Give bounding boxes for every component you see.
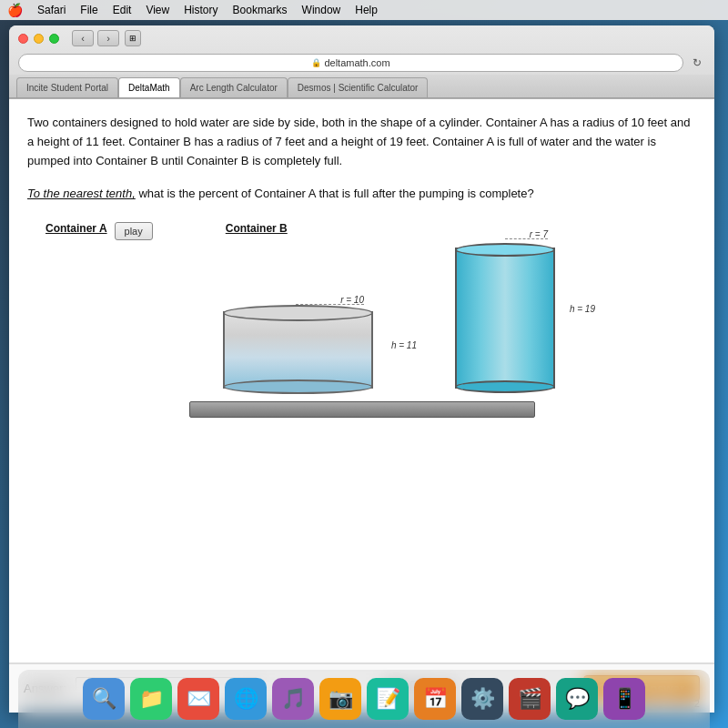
menu-file[interactable]: File: [80, 4, 97, 16]
dock-music[interactable]: 🎵: [272, 678, 314, 720]
label-play-row: Container A play Container B: [27, 222, 696, 240]
menu-safari[interactable]: Safari: [37, 4, 66, 16]
dock-system[interactable]: ⚙️: [461, 678, 503, 720]
minimize-button[interactable]: [34, 34, 44, 44]
browser-titlebar: ‹ › ⊞: [9, 25, 714, 51]
refresh-button[interactable]: ↻: [689, 55, 705, 71]
desktop: 🍎 Safari File Edit View History Bookmark…: [0, 0, 728, 728]
tab-desmos[interactable]: Desmos | Scientific Calculator: [288, 77, 429, 97]
browser-window: ‹ › ⊞ 🔒 deltamath.com ↻ Incite Student P…: [9, 25, 714, 713]
lock-icon: 🔒: [311, 58, 321, 67]
nav-buttons: ‹ ›: [72, 30, 119, 46]
maximize-button[interactable]: [49, 34, 59, 44]
dock-calendar[interactable]: 📅: [414, 678, 456, 720]
height-a-label: h = 11: [391, 340, 417, 350]
height-b-label: h = 19: [570, 304, 595, 314]
dock-photos[interactable]: 📷: [319, 678, 361, 720]
menu-help[interactable]: Help: [355, 4, 378, 16]
address-bar-row: 🔒 deltamath.com ↻: [9, 51, 714, 75]
problem-question: To the nearest tenth, what is the percen…: [27, 185, 696, 204]
menu-view[interactable]: View: [146, 4, 169, 16]
menu-bookmarks[interactable]: Bookmarks: [233, 4, 288, 16]
cylinder-a-body: h = 11: [223, 311, 373, 389]
platform: [189, 401, 535, 418]
dock-messages[interactable]: 💬: [556, 678, 598, 720]
dock-mail[interactable]: ✉️: [177, 678, 219, 720]
dock: 🔍 📁 ✉️ 🌐 🎵 📷 📝 📅 ⚙️ 🎬 💬 📱: [18, 670, 710, 728]
dock-files[interactable]: 📁: [130, 678, 172, 720]
tab-incite[interactable]: Incite Student Portal: [16, 77, 118, 97]
browser-content: Two containers designed to hold water ar…: [9, 99, 714, 713]
dock-video[interactable]: 🎬: [509, 678, 551, 720]
dock-notes[interactable]: 📝: [367, 678, 409, 720]
dock-safari[interactable]: 🌐: [225, 678, 267, 720]
browser-chrome: ‹ › ⊞ 🔒 deltamath.com ↻ Incite Student P…: [9, 25, 714, 99]
container-a: r = 10 h = 11: [223, 311, 373, 389]
address-text: deltamath.com: [324, 57, 389, 68]
cylinders-row: r = 10 h = 11: [168, 248, 555, 389]
menubar: 🍎 Safari File Edit View History Bookmark…: [0, 0, 728, 20]
cylinder-b-bottom: [455, 380, 555, 393]
cylinder-b-body: h = 19: [455, 248, 555, 389]
tab-arc-length[interactable]: Arc Length Calculator: [180, 77, 288, 97]
problem-description: Two containers designed to hold water ar…: [27, 114, 696, 170]
container-b-label: Container B: [226, 222, 288, 235]
question-emphasis: To the nearest tenth,: [27, 187, 136, 200]
apple-menu[interactable]: 🍎: [7, 3, 23, 17]
menu-window[interactable]: Window: [302, 4, 341, 16]
cylinder-a-top: [223, 305, 373, 321]
tab-deltamath[interactable]: DeltaMath: [118, 77, 180, 97]
cylinder-b-top: [455, 243, 555, 257]
cylinder-a-bottom: [223, 379, 373, 394]
menu-edit[interactable]: Edit: [113, 4, 132, 16]
dock-facetime[interactable]: 📱: [603, 678, 645, 720]
tab-switcher-icon[interactable]: ⊞: [125, 30, 141, 46]
container-b: r = 7 h = 19: [455, 248, 555, 389]
play-button[interactable]: play: [115, 222, 153, 240]
close-button[interactable]: [18, 34, 28, 44]
question-rest: what is the percent of Container A that …: [136, 187, 534, 200]
forward-button[interactable]: ›: [97, 30, 119, 46]
address-bar[interactable]: 🔒 deltamath.com: [18, 54, 683, 72]
dock-finder[interactable]: 🔍: [83, 678, 125, 720]
diagram-area: Container A play Container B r = 10: [27, 222, 696, 418]
menu-history[interactable]: History: [184, 4, 217, 16]
back-button[interactable]: ‹: [72, 30, 94, 46]
browser-tabs: Incite Student Portal DeltaMath Arc Leng…: [9, 75, 714, 98]
radius-b-line: [505, 238, 548, 239]
container-a-label: Container A: [46, 222, 107, 235]
